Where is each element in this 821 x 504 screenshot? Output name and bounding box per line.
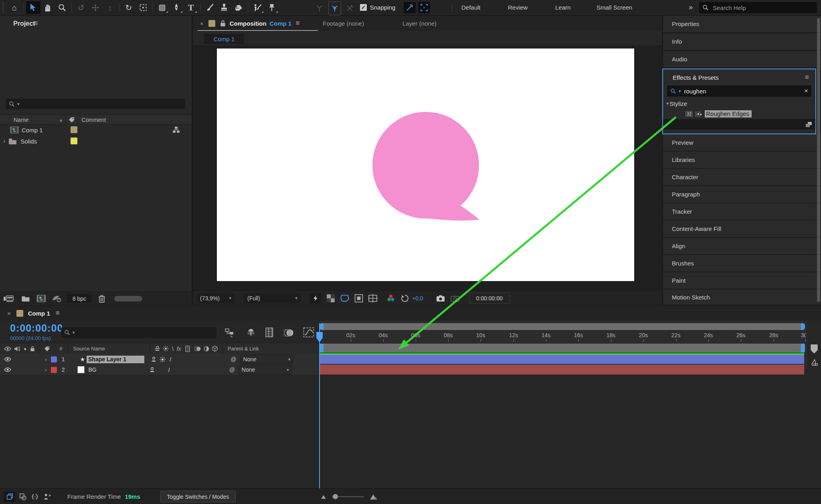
lock-icon[interactable] (220, 20, 226, 27)
camera-tool[interactable] (136, 1, 150, 14)
layer-visibility-eye-icon[interactable] (4, 367, 11, 372)
source-name-column[interactable]: Source Name (73, 346, 105, 352)
fast-previews-button[interactable] (309, 293, 322, 304)
comp-subtab[interactable]: Comp 1 (204, 34, 244, 44)
show-snapshot-icon[interactable] (451, 295, 459, 302)
motion-blur-column-icon[interactable] (194, 346, 201, 352)
workspace-overflow-chevron[interactable]: » (689, 3, 693, 12)
time-navigator-bar[interactable] (320, 323, 805, 330)
work-area-start-handle[interactable] (320, 344, 324, 352)
home-button[interactable]: ⌂ (7, 1, 22, 14)
rotation-tool[interactable]: ↻ (121, 1, 136, 14)
panel-preview[interactable]: Preview (663, 134, 821, 151)
transfer-controls-icon[interactable] (19, 493, 26, 500)
project-search-box[interactable]: ▾ (6, 99, 185, 109)
parent-link-column[interactable]: Parent & Link (228, 346, 259, 352)
audio-column-icon[interactable] (14, 346, 20, 352)
pickwhip-icon[interactable]: @ (231, 356, 236, 362)
mask-visibility-icon[interactable] (340, 294, 350, 303)
collapse-transformations-switch-icon[interactable] (160, 356, 166, 362)
category-collapse-icon[interactable]: ▾ (666, 101, 669, 106)
new-preset-corner-icon[interactable] (805, 121, 812, 128)
frame-blending-toggle-icon[interactable] (265, 327, 275, 338)
panel-libraries[interactable]: Libraries (663, 152, 821, 168)
right-panel-scrollbar[interactable] (817, 18, 820, 302)
panel-properties[interactable]: Properties (663, 16, 821, 32)
column-comment[interactable]: Comment (81, 117, 106, 123)
search-help-box[interactable] (699, 2, 817, 13)
snap-to-features-button[interactable] (418, 2, 430, 13)
frame-blend-column-icon[interactable] (185, 346, 191, 352)
timeline-zoom-slider[interactable] (332, 496, 364, 497)
effects-category[interactable]: Stylize (669, 100, 687, 107)
effects-search-box[interactable]: ▾ × (667, 85, 811, 97)
shy-switch-icon[interactable] (151, 356, 157, 362)
panel-character[interactable]: Character (663, 169, 821, 185)
layer-name[interactable]: BG (88, 366, 143, 373)
search-help-input[interactable] (712, 4, 798, 12)
panel-tracker[interactable]: Tracker (663, 203, 821, 220)
timeline-search-input[interactable] (77, 329, 199, 336)
quality-switch[interactable]: / (168, 366, 170, 373)
bit-depth-button[interactable]: 8 bpc (67, 294, 92, 303)
effects-search-input[interactable] (683, 87, 789, 95)
tab-footage[interactable]: Footage (none) (323, 20, 364, 27)
motion-blur-toggle-icon[interactable] (283, 328, 294, 338)
layer-label-swatch[interactable] (51, 367, 57, 373)
composition-canvas[interactable] (217, 49, 634, 281)
effects-result[interactable]: Roughen Edges (705, 110, 752, 117)
effects-result-row[interactable]: 32 Roughen Edges (663, 109, 815, 119)
layer-bar-bg[interactable] (320, 365, 804, 374)
label-column-icon[interactable] (44, 346, 50, 351)
parent-dropdown[interactable]: None▾ (239, 365, 292, 374)
column-name[interactable]: Name (14, 117, 28, 123)
layer-switches-pane-toggle[interactable] (4, 492, 15, 502)
clear-search-icon[interactable]: × (804, 87, 808, 95)
flowchart-icon[interactable] (172, 126, 180, 134)
region-of-interest-icon[interactable] (354, 294, 363, 303)
grid-guides-icon[interactable] (368, 294, 378, 303)
workspace-tab-review[interactable]: Review (508, 4, 528, 11)
brush-tool[interactable] (202, 1, 217, 14)
puppet-pin-tool[interactable] (265, 1, 279, 14)
solo-column-icon[interactable]: ● (24, 346, 26, 352)
panel-paint[interactable]: Paint (663, 272, 821, 289)
shy-column-icon[interactable] (154, 346, 160, 352)
layer-expand-chevron-icon[interactable]: › (45, 356, 47, 362)
work-area-bar[interactable] (320, 344, 805, 352)
snap-along-edges-button[interactable] (404, 2, 416, 13)
toggle-switches-modes-button[interactable]: Toggle Switches / Modes (160, 491, 236, 502)
sort-ascending-icon[interactable]: ▴ (60, 117, 62, 123)
zoom-in-mountain-icon[interactable] (370, 494, 378, 500)
layer-expand-chevron-icon[interactable]: › (45, 366, 47, 373)
zoom-tool[interactable] (55, 1, 69, 14)
horizontal-scrollbar[interactable] (114, 296, 142, 302)
layer-label-swatch[interactable] (51, 356, 57, 362)
eraser-tool[interactable] (231, 1, 246, 14)
timeline-tab-label[interactable]: Comp 1 (28, 310, 50, 317)
parent-dropdown[interactable]: None▾ (240, 354, 293, 364)
interpret-footage-icon[interactable] (3, 295, 14, 302)
expand-chevron-icon[interactable]: › (3, 138, 5, 145)
project-search-input[interactable] (22, 100, 168, 108)
comp-marker-button-icon[interactable] (811, 358, 819, 366)
quality-column-icon[interactable]: \ (172, 346, 174, 352)
orbit-camera-tool[interactable]: ↺ (74, 1, 88, 14)
project-item-comp1[interactable]: Comp 1 (0, 124, 192, 136)
current-timecode[interactable]: 0:00:00:00 (10, 322, 63, 334)
selection-tool[interactable] (26, 1, 40, 14)
new-composition-icon[interactable] (36, 295, 46, 302)
zoom-out-mountain-icon[interactable] (321, 494, 326, 499)
label-color-swatch[interactable] (71, 138, 77, 144)
panel-motion-sketch[interactable]: Motion Sketch (663, 289, 821, 305)
toolbar-gripper[interactable] (1, 2, 7, 14)
lock-column-icon[interactable] (30, 346, 35, 352)
snapping-checkbox[interactable]: ✓ (360, 4, 367, 11)
panel-align[interactable]: Align (663, 238, 821, 254)
graph-editor-icon[interactable] (303, 327, 314, 338)
pan-camera-tool[interactable] (88, 1, 103, 14)
exposure-value[interactable]: +0,0 (412, 295, 423, 302)
panel-info[interactable]: Info (663, 33, 821, 50)
shy-switch-icon[interactable] (149, 367, 155, 373)
playhead-line[interactable] (319, 323, 320, 504)
